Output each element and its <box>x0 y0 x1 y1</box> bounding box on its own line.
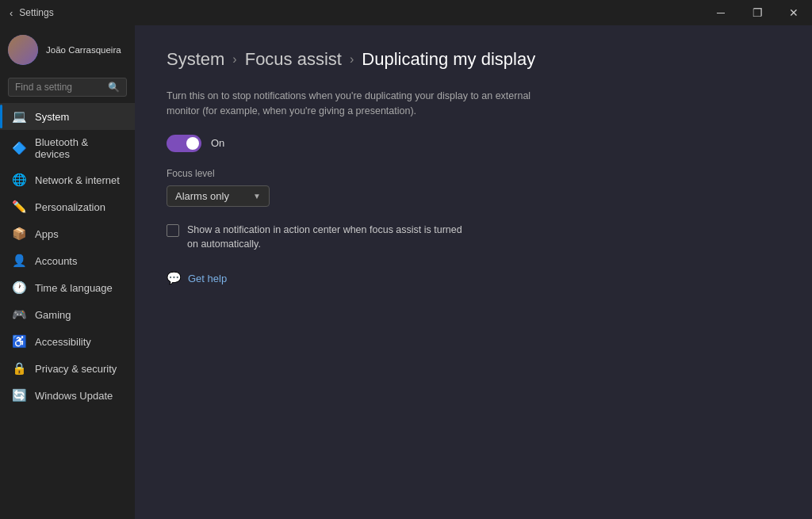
sidebar-item-privacy[interactable]: 🔒 Privacy & security <box>0 355 135 382</box>
breadcrumb-sep-1: › <box>232 52 236 67</box>
breadcrumb: System › Focus assist › Duplicating my d… <box>167 49 780 70</box>
get-help-link[interactable]: 💬 Get help <box>167 271 780 285</box>
nav-list: 💻 System 🔷 Bluetooth & devices 🌐 Network… <box>0 103 135 409</box>
nav-label-bluetooth: Bluetooth & devices <box>35 136 124 160</box>
page-description: Turn this on to stop notifications when … <box>167 89 563 119</box>
toggle-label: On <box>211 137 224 149</box>
app-body: João Carrasqueira 🔍 💻 System 🔷 Bluetooth… <box>0 25 812 519</box>
nav-label-personalization: Personalization <box>35 201 105 213</box>
help-icon: 💬 <box>167 271 182 285</box>
help-label: Get help <box>188 273 227 284</box>
sidebar-item-bluetooth[interactable]: 🔷 Bluetooth & devices <box>0 130 135 166</box>
restore-button[interactable]: ❐ <box>739 0 776 25</box>
user-name: João Carrasqueira <box>46 44 121 56</box>
nav-icon-apps: 📦 <box>11 227 27 241</box>
sidebar-item-personalization[interactable]: ✏️ Personalization <box>0 193 135 220</box>
sidebar-item-accessibility[interactable]: ♿ Accessibility <box>0 328 135 355</box>
title-bar-controls: ─ ❐ ✕ <box>703 0 812 25</box>
nav-icon-privacy: 🔒 <box>11 361 27 376</box>
nav-label-time: Time & language <box>35 282 113 294</box>
breadcrumb-focus-assist[interactable]: Focus assist <box>245 49 342 70</box>
nav-icon-accessibility: ♿ <box>11 334 27 349</box>
sidebar-item-time[interactable]: 🕐 Time & language <box>0 274 135 301</box>
sidebar: João Carrasqueira 🔍 💻 System 🔷 Bluetooth… <box>0 25 135 519</box>
nav-icon-bluetooth: 🔷 <box>11 141 27 155</box>
nav-label-windows-update: Windows Update <box>35 390 113 402</box>
sidebar-item-gaming[interactable]: 🎮 Gaming <box>0 301 135 328</box>
nav-icon-time: 🕐 <box>11 280 27 295</box>
sidebar-item-accounts[interactable]: 👤 Accounts <box>0 247 135 274</box>
toggle-row: On <box>167 135 780 152</box>
nav-label-accessibility: Accessibility <box>35 336 91 348</box>
nav-label-accounts: Accounts <box>35 255 77 267</box>
minimize-button[interactable]: ─ <box>703 0 739 25</box>
focus-assist-toggle[interactable] <box>167 135 201 152</box>
focus-level-dropdown[interactable]: Alarms only ▼ <box>167 185 270 207</box>
sidebar-item-system[interactable]: 💻 System <box>0 103 135 130</box>
nav-icon-personalization: ✏️ <box>11 200 27 214</box>
user-section: João Carrasqueira <box>0 25 135 74</box>
breadcrumb-sep-2: › <box>350 52 354 67</box>
nav-icon-accounts: 👤 <box>11 254 27 268</box>
dropdown-arrow-icon: ▼ <box>253 192 261 200</box>
avatar <box>8 35 38 65</box>
title-bar-left: ‹ Settings <box>10 7 54 19</box>
search-bar[interactable]: 🔍 <box>8 78 127 97</box>
nav-label-gaming: Gaming <box>35 309 71 321</box>
nav-label-system: System <box>35 111 69 123</box>
breadcrumb-current: Duplicating my display <box>362 49 535 70</box>
sidebar-item-apps[interactable]: 📦 Apps <box>0 220 135 247</box>
nav-label-network: Network & internet <box>35 174 120 186</box>
dropdown-value: Alarms only <box>175 190 229 202</box>
search-icon: 🔍 <box>108 82 120 93</box>
main-content: System › Focus assist › Duplicating my d… <box>135 25 812 519</box>
title-bar: ‹ Settings ─ ❐ ✕ <box>0 0 812 25</box>
notification-checkbox-row: Show a notification in action center whe… <box>167 223 780 253</box>
nav-label-apps: Apps <box>35 228 59 240</box>
nav-icon-windows-update: 🔄 <box>11 388 27 403</box>
sidebar-item-windows-update[interactable]: 🔄 Windows Update <box>0 382 135 409</box>
breadcrumb-system[interactable]: System <box>167 49 224 70</box>
nav-icon-gaming: 🎮 <box>11 307 27 322</box>
nav-icon-network: 🌐 <box>11 173 27 187</box>
focus-level-label: Focus level <box>167 168 780 179</box>
back-icon[interactable]: ‹ <box>10 7 13 19</box>
close-button[interactable]: ✕ <box>776 0 812 25</box>
sidebar-item-network[interactable]: 🌐 Network & internet <box>0 166 135 193</box>
nav-label-privacy: Privacy & security <box>35 363 117 375</box>
search-input[interactable] <box>15 82 103 93</box>
notification-checkbox-label: Show a notification in action center whe… <box>187 223 473 253</box>
nav-icon-system: 💻 <box>11 109 27 124</box>
title-bar-title: Settings <box>19 7 53 18</box>
notification-checkbox[interactable] <box>167 224 179 237</box>
